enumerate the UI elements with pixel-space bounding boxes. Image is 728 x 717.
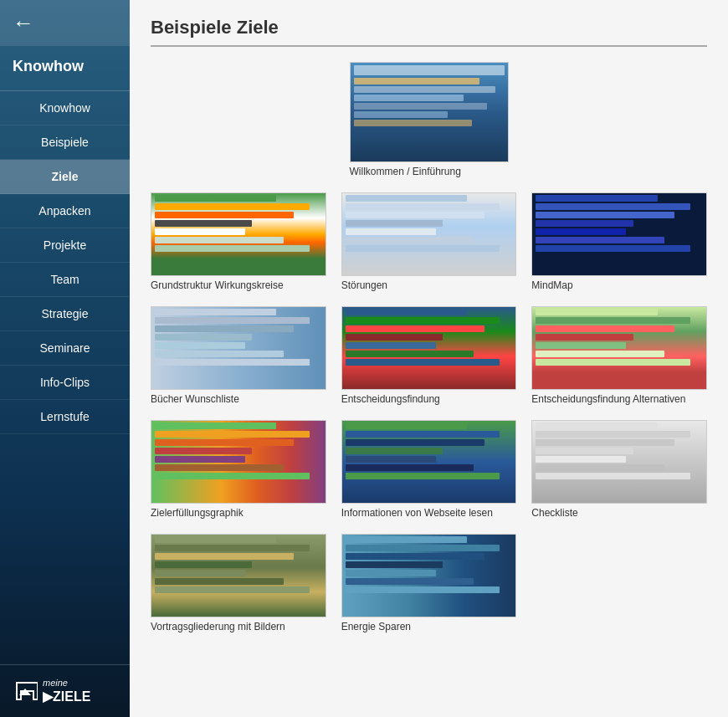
gallery-item-5[interactable]: Entscheidungsfindung Alternativen [531,306,707,405]
thumb-3 [151,306,326,390]
caption-2: MindMap [531,279,707,291]
thumb-willkommen [350,62,509,162]
thumb-7 [341,420,517,504]
gallery-item-willkommen[interactable]: Willkommen / Einführung [350,62,509,177]
caption-9: Vortragsgliederung mit Bildern [151,621,326,632]
sidebar-logo: meine ▶ZIELE [0,664,130,717]
gallery-item-1[interactable]: Störungen [341,192,517,291]
back-icon: ← [13,10,34,36]
thumb-10 [341,534,517,617]
logo-ziele: ▶ZIELE [43,689,90,704]
gallery-item-10[interactable]: Energie Sparen [341,534,517,632]
logo-icon [13,679,38,704]
caption-willkommen: Willkommen / Einführung [350,166,509,177]
thumb-2 [531,192,707,276]
gallery-item-4[interactable]: Entscheidungsfindung [341,306,517,405]
sidebar-item-anpacken[interactable]: Anpacken [0,194,130,228]
sidebar-item-team[interactable]: Team [0,263,130,297]
caption-3: Bücher Wunschliste [151,393,326,405]
gallery-item-6[interactable]: Zielerfüllungsgraphik [151,420,326,519]
thumb-1 [341,192,517,276]
caption-1: Störungen [341,279,517,291]
caption-6: Zielerfüllungsgraphik [151,507,326,519]
sidebar-item-info-clips[interactable]: Info-Clips [0,366,130,400]
sidebar-item-lernstufe[interactable]: Lernstufe [0,400,130,434]
gallery-item-2[interactable]: MindMap [531,192,707,291]
caption-0: Grundstruktur Wirkungskreise [151,279,326,291]
thumb-9 [151,534,326,617]
sidebar-title: Knowhow [0,46,130,91]
thumb-5 [531,306,707,390]
page-title: Beispiele Ziele [151,17,707,47]
caption-10: Energie Sparen [341,621,517,632]
thumb-0 [151,192,326,276]
caption-7: Informationen von Webseite lesen [341,507,517,519]
sidebar-item-knowhow[interactable]: Knowhow [0,91,130,125]
caption-8: Checkliste [531,507,707,519]
logo-meine: meine [43,678,90,689]
thumb-8 [531,420,707,504]
sidebar: ← Knowhow KnowhowBeispieleZieleAnpackenP… [0,0,130,717]
sidebar-item-strategie[interactable]: Strategie [0,297,130,331]
gallery-item-0[interactable]: Grundstruktur Wirkungskreise [151,192,326,291]
caption-4: Entscheidungsfindung [341,393,517,405]
gallery-item-9[interactable]: Vortragsgliederung mit Bildern [151,534,326,632]
sidebar-item-seminare[interactable]: Seminare [0,331,130,366]
caption-5: Entscheidungsfindung Alternativen [531,393,707,405]
gallery-item-3[interactable]: Bücher Wunschliste [151,306,326,405]
sidebar-item-beispiele[interactable]: Beispiele [0,125,130,160]
thumb-6 [151,420,326,504]
logo-text: meine ▶ZIELE [43,678,90,704]
sidebar-nav: KnowhowBeispieleZieleAnpackenProjekteTea… [0,91,130,664]
sidebar-item-ziele[interactable]: Ziele [0,160,130,194]
back-button[interactable]: ← [0,0,130,46]
first-row: Willkommen / Einführung [151,62,707,177]
sidebar-item-projekte[interactable]: Projekte [0,228,130,263]
thumb-4 [341,306,517,390]
gallery-item-8[interactable]: Checkliste [531,420,707,519]
gallery-grid: Grundstruktur WirkungskreiseStörungenMin… [151,192,707,632]
main-content: Beispiele Ziele Willkommen / Einführung … [130,0,728,717]
gallery-item-7[interactable]: Informationen von Webseite lesen [341,420,517,519]
